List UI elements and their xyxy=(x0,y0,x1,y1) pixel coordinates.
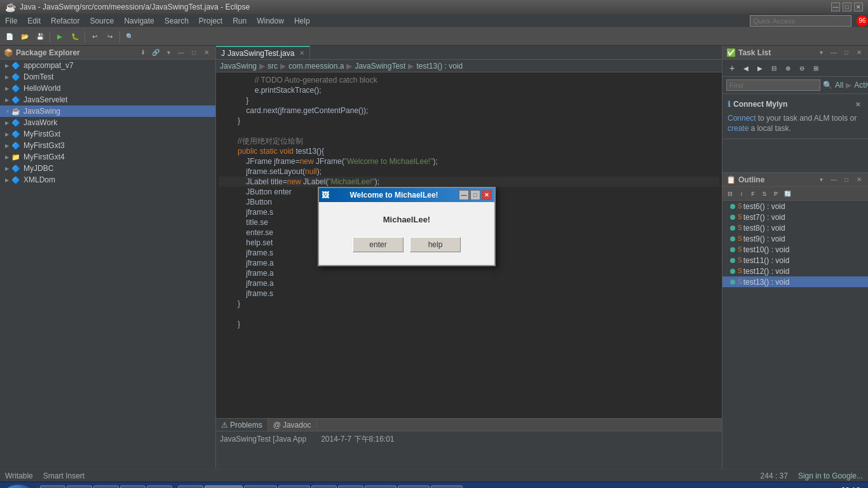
save-button[interactable]: 💾 xyxy=(33,30,47,44)
tree-item-myfirstgxt[interactable]: ▶ 🔷 MyFirstGxt xyxy=(0,128,215,140)
menu-edit[interactable]: Edit xyxy=(22,14,46,27)
close-tab-button[interactable]: ✕ xyxy=(299,50,304,57)
create-link[interactable]: create xyxy=(728,124,749,133)
breadcrumb-src[interactable]: src xyxy=(268,62,278,71)
tree-item-myfirstgxt3[interactable]: ▶ 🔷 MyFirstGxt3 xyxy=(0,140,215,151)
open-button[interactable]: 📂 xyxy=(18,30,32,44)
tree-item-javaservelet[interactable]: ▶ 🔷 JavaServelet xyxy=(0,94,215,105)
close-button[interactable]: ✕ xyxy=(854,3,863,11)
tab-javadoc[interactable]: @ Javadoc xyxy=(268,419,317,431)
tree-item-javawork[interactable]: ▶ 🔷 JavaWork xyxy=(0,117,215,128)
sign-in-google[interactable]: Sign in to Google... xyxy=(798,471,863,480)
activate-label[interactable]: Activate... xyxy=(854,81,868,90)
expand-button[interactable]: ⊞ xyxy=(810,62,822,74)
task-list-menu[interactable]: ▾ xyxy=(816,48,826,58)
taskbar-java2[interactable]: ☕ Jav... xyxy=(205,485,243,489)
taskbar-app2[interactable]: 📊 xyxy=(338,485,363,489)
collapse-button[interactable]: ⊖ xyxy=(796,62,808,74)
debug-button[interactable]: 🐛 xyxy=(68,30,82,44)
menu-source[interactable]: Source xyxy=(85,14,119,27)
categorize-button[interactable]: ⊟ xyxy=(768,62,780,74)
maximize-panel-button[interactable]: □ xyxy=(189,48,199,58)
minimize-panel-button[interactable]: — xyxy=(176,48,186,58)
taskbar-folder[interactable]: 📁 xyxy=(93,485,119,489)
taskbar-app4[interactable]: ☕ W... xyxy=(398,485,430,489)
menu-run[interactable]: Run xyxy=(227,14,252,27)
outline-test9[interactable]: S test9() : void xyxy=(722,233,868,244)
collapse-all-outline[interactable]: ⊟ xyxy=(725,189,735,199)
search-toolbar-button[interactable]: 🔍 xyxy=(123,30,137,44)
breadcrumb-class[interactable]: JavaSwingTest xyxy=(355,62,405,71)
menu-refactor[interactable]: Refactor xyxy=(46,14,85,27)
outline-menu[interactable]: ▾ xyxy=(816,175,826,185)
new-button[interactable]: 📄 xyxy=(3,30,17,44)
tree-item-domtest[interactable]: ▶ 🔷 DomTest xyxy=(0,71,215,83)
undo-button[interactable]: ↩ xyxy=(88,30,102,44)
tree-item-javaswing[interactable]: ▼ ☕ JavaSwing xyxy=(0,105,215,117)
add-task-button[interactable]: + xyxy=(726,62,738,74)
menu-window[interactable]: Window xyxy=(252,14,289,27)
outline-test11[interactable]: S test11() : void xyxy=(722,255,868,266)
tree-item-helloworld[interactable]: ▶ 🔷 HelloWorld xyxy=(0,83,215,94)
outline-minimize[interactable]: — xyxy=(829,175,839,185)
quick-access-input[interactable] xyxy=(750,15,851,27)
link-editor-button[interactable]: 🔗 xyxy=(151,48,161,58)
hide-static[interactable]: S xyxy=(759,189,770,199)
dialog-enter-button[interactable]: enter xyxy=(353,237,403,252)
sort-outline[interactable]: ↕ xyxy=(736,189,747,199)
task-list-close[interactable]: ✕ xyxy=(854,48,864,58)
filter-button[interactable]: ⊕ xyxy=(782,62,794,74)
taskbar-app3[interactable]: B◆... xyxy=(365,485,397,489)
tree-item-xmldom[interactable]: ▶ 🔷 XMLDom xyxy=(0,174,215,186)
tree-item-myjdbc[interactable]: ▶ 🔷 MyJDBC xyxy=(0,163,215,174)
breadcrumb-method[interactable]: test13() : void xyxy=(416,62,463,71)
breadcrumb-package[interactable]: com.meession.a xyxy=(288,62,344,71)
redo-button[interactable]: ↪ xyxy=(103,30,117,44)
taskbar-word[interactable]: W Jav... xyxy=(244,485,277,489)
run-button[interactable]: ▶ xyxy=(53,30,67,44)
minimize-button[interactable]: — xyxy=(831,3,840,11)
find-input[interactable] xyxy=(726,79,820,91)
taskbar-app1[interactable]: 🐦 xyxy=(147,485,172,489)
taskbar-java3[interactable]: J Jav... xyxy=(278,485,310,489)
menu-project[interactable]: Project xyxy=(194,14,227,27)
task-forward-button[interactable]: ▶ xyxy=(754,62,766,74)
all-label[interactable]: All xyxy=(835,81,843,90)
outline-test7[interactable]: S test7() : void xyxy=(722,212,868,222)
welcome-dialog[interactable]: 🖼 Welcome to MichaelLee! — □ ✕ MichaelLe… xyxy=(318,187,496,266)
outline-test6[interactable]: S test6() : void xyxy=(722,201,868,212)
taskbar-screen[interactable]: 🖥 xyxy=(67,485,92,489)
connect-mylyn-close[interactable]: ✕ xyxy=(853,99,863,109)
maximize-button[interactable]: □ xyxy=(843,3,851,11)
code-editor[interactable]: // TODO Auto-generated catch block e.pri… xyxy=(216,72,722,418)
tree-item-myfirstgxt4[interactable]: ▶ 📁 MyFirstGxt4 xyxy=(0,151,215,163)
task-list-minimize[interactable]: — xyxy=(829,48,839,58)
dialog-maximize-button[interactable]: □ xyxy=(470,190,480,200)
outline-test12[interactable]: S test12() : void xyxy=(722,266,868,276)
sync-outline[interactable]: 🔄 xyxy=(782,189,792,199)
outline-test13[interactable]: S test13() : void xyxy=(722,276,868,287)
start-button[interactable]: ⊞ xyxy=(3,485,34,489)
dialog-close-button[interactable]: ✕ xyxy=(482,190,492,200)
breadcrumb-javaswing[interactable]: JavaSwing xyxy=(220,62,257,71)
taskbar-globe[interactable]: 🌐 xyxy=(40,485,65,489)
tab-problems[interactable]: ⚠ Problems xyxy=(216,419,268,431)
outline-test10[interactable]: S test10() : void xyxy=(722,244,868,255)
taskbar-java1[interactable]: ☕ xyxy=(178,485,203,489)
close-panel-button[interactable]: ✕ xyxy=(201,48,212,58)
editor-tab-javaswingtest[interactable]: J JavaSwingTest.java ✕ xyxy=(216,46,310,59)
task-nav-button[interactable]: ◀ xyxy=(740,62,752,74)
outline-test8[interactable]: S test8() : void xyxy=(722,222,868,233)
collapse-all-button[interactable]: ⬇ xyxy=(138,48,148,58)
dialog-minimize-button[interactable]: — xyxy=(459,190,469,200)
hide-nonpublic[interactable]: P xyxy=(771,189,781,199)
taskbar-qq[interactable]: 🐧 xyxy=(311,485,337,489)
panel-menu-button[interactable]: ▾ xyxy=(163,48,173,58)
menu-search[interactable]: Search xyxy=(159,14,194,27)
taskbar-app5[interactable]: W... xyxy=(431,485,463,489)
hide-fields[interactable]: F xyxy=(748,189,758,199)
outline-maximize[interactable]: □ xyxy=(841,175,851,185)
outline-close[interactable]: ✕ xyxy=(854,175,864,185)
connect-link[interactable]: Connect xyxy=(728,114,756,123)
menu-file[interactable]: File xyxy=(0,14,22,27)
